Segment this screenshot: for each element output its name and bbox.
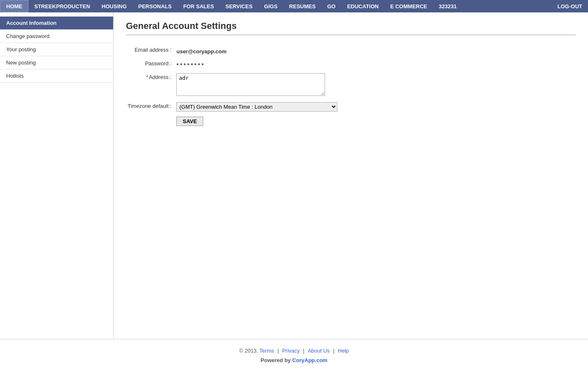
email-value: user@coryapp.com — [176, 46, 226, 55]
coryapp-link[interactable]: CoryApp.com — [292, 357, 327, 363]
email-row: Email address : user@coryapp.com — [126, 43, 339, 57]
address-label: Address : — [149, 74, 172, 80]
nav-item-housing[interactable]: HOUSING — [96, 0, 133, 12]
email-value-cell: user@coryapp.com — [175, 43, 339, 57]
address-input[interactable] — [176, 73, 325, 96]
sidebar: Account InfomationChange passwordYour po… — [0, 12, 114, 339]
powered-text: Powered by — [261, 357, 292, 363]
nav-item-323231[interactable]: 323231 — [433, 0, 462, 12]
footer-link-terms[interactable]: Terms — [259, 348, 274, 354]
footer-link-privacy[interactable]: Privacy — [282, 348, 300, 354]
sidebar-item-account-infomation[interactable]: Account Infomation — [0, 17, 113, 30]
footer-separator: | — [333, 348, 334, 354]
timezone-label: Timezone default : — [126, 100, 175, 114]
content-area: General Account Settings Email address :… — [114, 12, 588, 339]
password-value-cell: * * * * * * * * — [175, 57, 339, 71]
powered-by: Powered by CoryApp.com — [8, 357, 580, 363]
sidebar-item-change-password[interactable]: Change password — [0, 30, 113, 43]
nav-item-go[interactable]: GO — [321, 0, 341, 12]
timezone-row: Timezone default : (GMT) Greenwich Mean … — [126, 100, 339, 114]
footer-link-about-us[interactable]: About Us — [308, 348, 330, 354]
password-row: Password : * * * * * * * * — [126, 57, 339, 71]
required-star: * — [146, 74, 148, 80]
footer-separator: | — [303, 348, 304, 354]
nav-item-for-sales[interactable]: FOR SALES — [178, 0, 220, 12]
password-label: Password : — [126, 57, 175, 71]
footer: © 2013. Terms|Privacy|About Us|Help Powe… — [0, 339, 588, 372]
nav-item-home[interactable]: HOME — [0, 0, 28, 12]
nav-item-personals[interactable]: PERSONALS — [133, 0, 178, 12]
address-row: *Address : — [126, 71, 339, 100]
nav-item-services[interactable]: SERVICES — [220, 0, 258, 12]
footer-link-help[interactable]: Help — [338, 348, 349, 354]
nav-item-streekproducten[interactable]: STREEKPRODUCTEN — [28, 0, 96, 12]
title-divider — [126, 35, 576, 35]
footer-links: © 2013. Terms|Privacy|About Us|Help — [8, 348, 580, 354]
logout-link[interactable]: LOG-OUT — [552, 0, 588, 12]
timezone-select[interactable]: (GMT) Greenwich Mean Time : London(GMT-0… — [176, 102, 337, 112]
address-label-cell: *Address : — [126, 71, 175, 100]
nav-item-education[interactable]: EDUCATION — [341, 0, 384, 12]
email-label: Email address : — [126, 43, 175, 57]
footer-separator: | — [277, 348, 279, 354]
save-button[interactable]: SAVE — [176, 117, 203, 126]
page-title: General Account Settings — [126, 21, 576, 31]
nav-item-gigs[interactable]: GIGS — [258, 0, 284, 12]
nav-item-resumes[interactable]: RESUMES — [283, 0, 321, 12]
main-nav: HOMESTREEKPRODUCTENHOUSINGPERSONALSFOR S… — [0, 0, 588, 12]
nav-item-e-commerce[interactable]: E COMMERCE — [384, 0, 433, 12]
sidebar-item-hotlists[interactable]: Hotlists — [0, 69, 113, 83]
sidebar-item-new-posting[interactable]: New posting — [0, 56, 113, 69]
footer-copyright: © 2013. — [239, 348, 259, 354]
address-input-cell — [175, 71, 339, 100]
timezone-select-cell: (GMT) Greenwich Mean Time : London(GMT-0… — [175, 100, 339, 114]
password-value: * * * * * * * * — [176, 60, 204, 68]
sidebar-item-your-posting[interactable]: Your posting — [0, 43, 113, 56]
settings-form: Email address : user@coryapp.com Passwor… — [126, 43, 339, 129]
save-row: SAVE — [126, 114, 339, 129]
